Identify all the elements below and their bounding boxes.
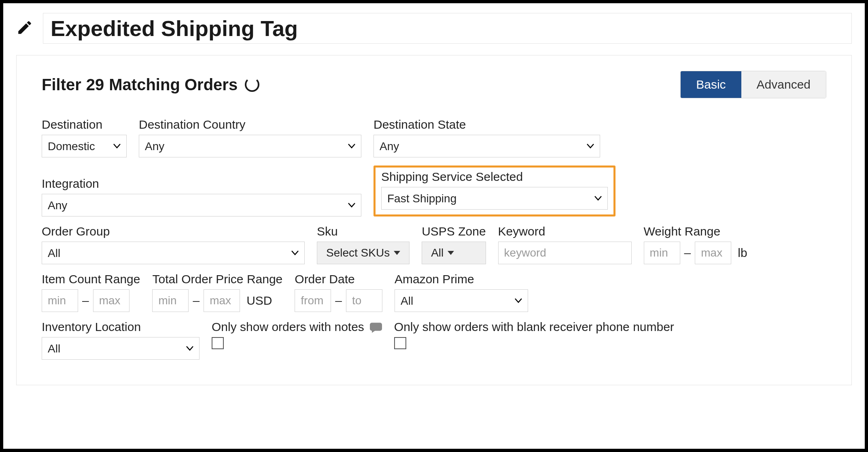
- label-total-price-range: Total Order Price Range: [152, 272, 282, 286]
- mode-toggle: Basic Advanced: [680, 71, 826, 98]
- item-count-min-input[interactable]: [42, 289, 78, 312]
- weight-unit: lb: [738, 246, 747, 260]
- row-4: Item Count Range – Total Order Price Ran…: [42, 272, 826, 312]
- field-weight-range: Weight Range – lb: [644, 225, 747, 264]
- only-notes-row: Only show orders with notes: [212, 320, 382, 334]
- select-amazon-prime[interactable]: All: [395, 289, 528, 312]
- select-destination-country[interactable]: Any: [139, 135, 361, 157]
- fields: Destination Domestic Destination Country…: [42, 118, 826, 360]
- label-destination-country: Destination Country: [139, 118, 361, 132]
- label-order-group: Order Group: [42, 225, 305, 238]
- label-item-count-range: Item Count Range: [42, 272, 140, 286]
- total-price-range-group: – USD: [152, 289, 282, 312]
- field-only-notes: Only show orders with notes: [212, 320, 382, 349]
- field-usps-zone: USPS Zone All: [422, 225, 486, 264]
- only-blank-phone-checkbox[interactable]: [394, 337, 406, 349]
- field-item-count-range: Item Count Range –: [42, 272, 140, 312]
- row-1: Destination Domestic Destination Country…: [42, 118, 826, 157]
- select-destination-state[interactable]: Any: [374, 135, 600, 157]
- weight-max-input[interactable]: [695, 242, 731, 264]
- field-only-blank-phone: Only show orders with blank receiver pho…: [394, 320, 674, 349]
- tag-title-input[interactable]: [43, 13, 852, 44]
- price-unit: USD: [246, 294, 272, 308]
- filter-match-count: 29: [86, 76, 104, 94]
- mode-basic-button[interactable]: Basic: [681, 71, 741, 98]
- label-keyword: Keyword: [498, 225, 632, 238]
- only-blank-phone-row: Only show orders with blank receiver pho…: [394, 320, 674, 334]
- field-destination: Destination Domestic: [42, 118, 127, 157]
- price-min-input[interactable]: [152, 289, 189, 312]
- usps-zone-button-label: All: [431, 246, 444, 259]
- row-5: Inventory Location All Only show orders …: [42, 320, 826, 360]
- range-dash: –: [335, 294, 342, 308]
- keyword-input[interactable]: [498, 242, 632, 264]
- order-date-range-group: –: [295, 289, 382, 312]
- field-keyword: Keyword: [498, 225, 632, 264]
- panel-header: Filter 29 Matching Orders Basic Advanced: [42, 71, 826, 98]
- filter-heading-suffix: Matching Orders: [109, 76, 238, 94]
- filter-panel: Filter 29 Matching Orders Basic Advanced…: [16, 55, 852, 385]
- field-sku: Sku Select SKUs: [317, 225, 410, 264]
- select-shipping-service[interactable]: Fast Shipping: [381, 187, 608, 210]
- select-destination[interactable]: Domestic: [42, 135, 127, 157]
- edit-icon[interactable]: [16, 19, 33, 38]
- select-order-group[interactable]: All: [42, 242, 305, 264]
- order-date-from-input[interactable]: [295, 289, 331, 312]
- filter-heading: Filter 29 Matching Orders: [42, 76, 259, 94]
- field-total-price-range: Total Order Price Range – USD: [152, 272, 282, 312]
- label-integration: Integration: [42, 177, 361, 191]
- label-only-notes: Only show orders with notes: [212, 320, 364, 334]
- item-count-max-input[interactable]: [93, 289, 129, 312]
- field-amazon-prime: Amazon Prime All: [395, 272, 528, 312]
- usps-zone-button[interactable]: All: [422, 242, 486, 264]
- label-sku: Sku: [317, 225, 410, 238]
- label-amazon-prime: Amazon Prime: [395, 272, 528, 286]
- field-shipping-service: Shipping Service Selected Fast Shipping: [381, 170, 608, 210]
- range-dash: –: [82, 294, 89, 308]
- sku-button-label: Select SKUs: [326, 246, 390, 259]
- caret-down-icon: [394, 251, 400, 255]
- mode-advanced-button[interactable]: Advanced: [741, 71, 826, 98]
- field-destination-state: Destination State Any: [374, 118, 600, 157]
- title-row: [16, 13, 852, 44]
- select-inventory-location[interactable]: All: [42, 337, 199, 360]
- label-only-blank-phone: Only show orders with blank receiver pho…: [394, 320, 674, 334]
- row-2: Integration Any Shipping Service Selecte…: [42, 166, 826, 216]
- label-destination-state: Destination State: [374, 118, 600, 132]
- filter-heading-prefix: Filter: [42, 76, 81, 94]
- label-destination: Destination: [42, 118, 127, 132]
- weight-min-input[interactable]: [644, 242, 680, 264]
- label-shipping-service: Shipping Service Selected: [381, 170, 608, 184]
- label-order-date: Order Date: [295, 272, 382, 286]
- comment-icon: [370, 320, 382, 334]
- only-notes-checkbox[interactable]: [212, 337, 224, 349]
- weight-range-group: – lb: [644, 242, 747, 264]
- range-dash: –: [193, 294, 199, 308]
- item-count-range-group: –: [42, 289, 140, 312]
- label-usps-zone: USPS Zone: [422, 225, 486, 238]
- field-integration: Integration Any: [42, 177, 361, 216]
- field-order-group: Order Group All: [42, 225, 305, 264]
- select-integration[interactable]: Any: [42, 194, 361, 216]
- order-date-to-input[interactable]: [346, 289, 382, 312]
- row-3: Order Group All Sku Select SKUs USPS Zon…: [42, 225, 826, 264]
- label-weight-range: Weight Range: [644, 225, 747, 238]
- price-max-input[interactable]: [204, 289, 240, 312]
- field-order-date: Order Date –: [295, 272, 382, 312]
- sku-select-button[interactable]: Select SKUs: [317, 242, 410, 264]
- range-dash: –: [684, 246, 691, 260]
- app-frame: Filter 29 Matching Orders Basic Advanced…: [0, 0, 868, 452]
- label-inventory-location: Inventory Location: [42, 320, 199, 334]
- field-destination-country: Destination Country Any: [139, 118, 361, 157]
- caret-down-icon: [448, 251, 454, 255]
- shipping-service-highlight: Shipping Service Selected Fast Shipping: [374, 166, 615, 216]
- field-inventory-location: Inventory Location All: [42, 320, 199, 360]
- refresh-icon[interactable]: [245, 77, 259, 92]
